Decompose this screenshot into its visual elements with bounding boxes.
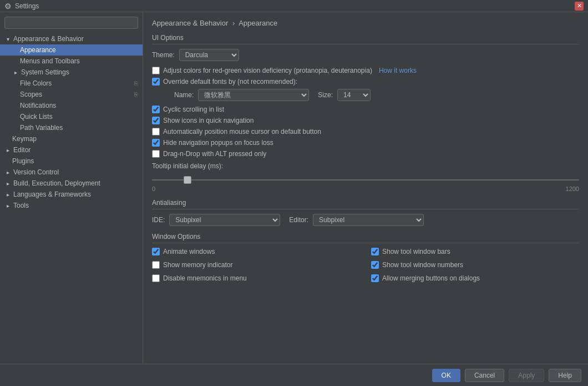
allow-merging-checkbox[interactable]	[371, 274, 379, 282]
sidebar-item-label: Notifications	[20, 102, 56, 109]
animate-windows-checkbox[interactable]	[152, 248, 160, 255]
ok-button[interactable]: OK	[432, 369, 460, 382]
close-button[interactable]: ✕	[575, 2, 584, 11]
name-label: Name:	[174, 91, 194, 99]
cyclic-scrolling-checkbox[interactable]	[152, 106, 160, 113]
show-tool-bars-checkbox[interactable]	[371, 248, 379, 255]
slider-track	[152, 174, 579, 186]
sidebar-item-editor[interactable]: ▸Editor	[0, 144, 143, 156]
tooltip-slider-container: 0 1200	[152, 174, 579, 192]
breadcrumb-current: Appearance	[239, 19, 277, 27]
hide-nav-row: Hide navigation popups on focus loss	[152, 139, 579, 147]
drag-drop-checkbox[interactable]	[152, 150, 160, 158]
editor-antialiasing-select[interactable]: Subpixel Greyscale None	[313, 214, 424, 226]
adjust-colors-label: Adjust colors for red-green vision defic…	[163, 67, 372, 74]
expand-icon: ▸	[4, 202, 11, 209]
size-label: Size:	[318, 91, 333, 99]
override-fonts-label: Override default fonts by (not recommend…	[163, 78, 297, 86]
show-tool-numbers-checkbox[interactable]	[371, 261, 379, 269]
allow-merging-row: Allow merging buttons on dialogs	[371, 274, 579, 282]
ide-antialiasing-select[interactable]: Subpixel Greyscale None	[169, 214, 280, 226]
bottom-bar: OK Cancel Apply Help	[0, 364, 588, 386]
show-tool-numbers-label: Show tool window numbers	[382, 261, 463, 269]
show-memory-label: Show memory indicator	[163, 261, 232, 269]
font-size-select[interactable]: 14 12 16 18	[337, 89, 371, 101]
show-icons-checkbox[interactable]	[152, 117, 160, 124]
sidebar-item-menus-toolbars[interactable]: Menus and Toolbars	[0, 56, 143, 67]
allow-merging-label: Allow merging buttons on dialogs	[382, 274, 480, 282]
sidebar-item-label: Path Variables	[20, 124, 63, 132]
sidebar-item-tools[interactable]: ▸Tools	[0, 200, 143, 211]
how-it-works-link[interactable]: How it works	[379, 67, 417, 74]
sidebar-item-label: File Colors	[20, 79, 52, 87]
expand-icon: ▾	[4, 36, 11, 42]
breadcrumb: Appearance & Behavior › Appearance	[152, 19, 579, 27]
sidebar: ▾Appearance & BehaviorAppearanceMenus an…	[0, 12, 143, 364]
sidebar-item-build-execution[interactable]: ▸Build, Execution, Deployment	[0, 178, 143, 189]
window-options-grid: Animate windows Show tool window bars Sh…	[152, 248, 579, 285]
sidebar-item-label: System Settings	[21, 68, 69, 76]
editor-antialiasing-label: Editor:	[289, 216, 308, 224]
hide-nav-label: Hide navigation popups on focus loss	[163, 139, 273, 147]
animate-windows-label: Animate windows	[163, 248, 215, 255]
show-icons-row: Show icons in quick navigation	[152, 117, 579, 124]
sidebar-item-label: Scopes	[20, 91, 42, 98]
show-icons-label: Show icons in quick navigation	[163, 117, 254, 124]
breadcrumb-parent: Appearance & Behavior	[152, 19, 228, 27]
sidebar-item-label: Version Control	[13, 168, 59, 176]
sidebar-item-file-colors[interactable]: File Colors⎘	[0, 78, 143, 89]
apply-button[interactable]: Apply	[509, 369, 544, 382]
sidebar-item-path-variables[interactable]: Path Variables	[0, 122, 143, 133]
override-fonts-checkbox[interactable]	[152, 78, 160, 86]
hide-nav-checkbox[interactable]	[152, 139, 160, 147]
show-memory-row: Show memory indicator	[152, 261, 360, 269]
adjust-colors-checkbox[interactable]	[152, 67, 160, 74]
tooltip-row: Tooltip initial delay (ms):	[152, 162, 579, 170]
sidebar-item-label: Tools	[13, 202, 29, 209]
theme-select[interactable]: Darcula IntelliJ High Contrast	[179, 49, 239, 61]
sidebar-item-notifications[interactable]: Notifications	[0, 100, 143, 111]
sidebar-item-scopes[interactable]: Scopes⎘	[0, 89, 143, 100]
auto-position-row: Automatically position mouse cursor on d…	[152, 128, 579, 136]
window-options-label: Window Options	[152, 233, 579, 243]
sidebar-item-appearance-behavior[interactable]: ▾Appearance & Behavior	[0, 33, 143, 44]
help-button[interactable]: Help	[549, 369, 581, 382]
drag-drop-label: Drag-n-Drop with ALT pressed only	[163, 150, 266, 158]
sidebar-item-languages-frameworks[interactable]: ▸Languages & Frameworks	[0, 189, 143, 200]
tooltip-slider[interactable]	[152, 179, 579, 181]
sidebar-item-label: Languages & Frameworks	[13, 191, 91, 198]
sidebar-item-label: Keymap	[12, 135, 37, 143]
auto-position-label: Automatically position mouse cursor on d…	[163, 128, 321, 136]
disable-mnemonics-checkbox[interactable]	[152, 274, 160, 282]
override-fonts-row: Override default fonts by (not recommend…	[152, 78, 579, 86]
cancel-button[interactable]: Cancel	[465, 369, 504, 382]
cyclic-scrolling-label: Cyclic scrolling in list	[163, 106, 224, 113]
show-memory-checkbox[interactable]	[152, 261, 160, 269]
sidebar-item-version-control[interactable]: ▸Version Control	[0, 167, 143, 178]
breadcrumb-separator: ›	[232, 19, 235, 27]
sidebar-item-quick-lists[interactable]: Quick Lists	[0, 111, 143, 122]
theme-row: Theme: Darcula IntelliJ High Contrast	[152, 49, 579, 61]
theme-label: Theme:	[152, 51, 175, 59]
sidebar-item-keymap[interactable]: Keymap	[0, 133, 143, 144]
search-input[interactable]	[4, 17, 138, 29]
expand-icon: ▸	[12, 69, 19, 76]
font-row: Name: 微软雅黑 Size: 14 12 16 18	[163, 89, 579, 101]
sidebar-item-label: Build, Execution, Deployment	[13, 179, 100, 187]
sidebar-item-system-settings[interactable]: ▸System Settings	[0, 67, 143, 78]
font-name-select[interactable]: 微软雅黑	[198, 89, 309, 101]
auto-position-checkbox[interactable]	[152, 128, 160, 136]
antialiasing-label: Antialiasing	[152, 199, 579, 209]
show-tool-numbers-row: Show tool window numbers	[371, 261, 579, 269]
sidebar-item-label: Quick Lists	[20, 113, 53, 121]
sidebar-item-appearance[interactable]: Appearance	[0, 44, 143, 56]
sidebar-item-label: Editor	[13, 146, 31, 154]
disable-mnemonics-row: Disable mnemonics in menu	[152, 274, 360, 282]
window-options-section: Window Options Animate windows Show tool…	[152, 233, 579, 285]
page-copy-icon: ⎘	[134, 91, 138, 98]
sidebar-item-plugins[interactable]: Plugins	[0, 156, 143, 167]
adjust-colors-row: Adjust colors for red-green vision defic…	[152, 67, 579, 74]
animate-windows-row: Animate windows	[152, 248, 360, 255]
ide-label: IDE:	[152, 216, 165, 224]
settings-icon: ⚙	[4, 2, 12, 11]
